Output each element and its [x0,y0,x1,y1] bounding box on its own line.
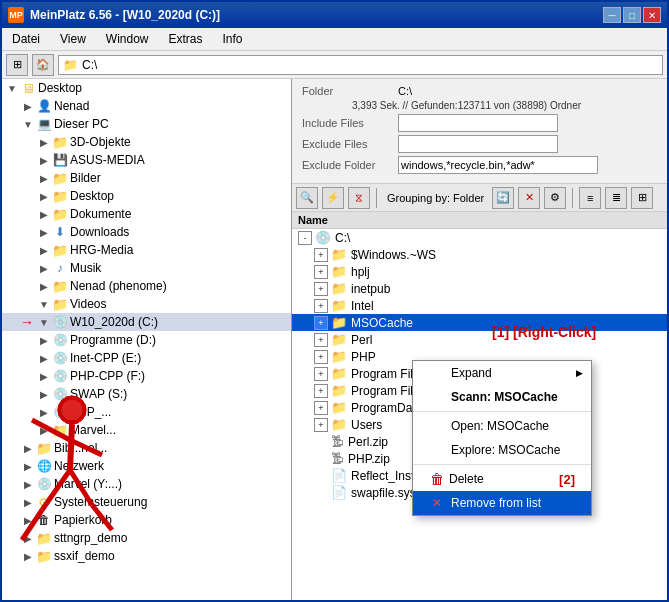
tree-item-dieser-pc[interactable]: ▼ 💻 Dieser PC [2,115,291,133]
minimize-button[interactable]: ─ [603,7,621,23]
expander-swap-s[interactable]: ▶ [36,386,52,402]
file-item-windows-ws[interactable]: + 📁 $Windows.~WS [292,246,667,263]
expand-hplj[interactable]: + [314,265,328,279]
settings-btn[interactable]: ⚙ [544,187,566,209]
tree-item-videos[interactable]: ▼ 📁 Videos [2,295,291,313]
expander-asus[interactable]: ▶ [36,152,52,168]
ctx-remove[interactable]: ✕ Remove from list [413,491,591,515]
include-files-input[interactable] [398,114,558,132]
file-item-msocache[interactable]: + 📁 MSOCache [292,314,667,331]
tree-item-vcp[interactable]: ▶ 💿 VCP_... [2,403,291,421]
maximize-button[interactable]: □ [623,7,641,23]
expand-php[interactable]: + [314,350,328,364]
expand-perl[interactable]: + [314,333,328,347]
expander-netzwerk[interactable]: ▶ [20,458,36,474]
expander-dieser-pc[interactable]: ▼ [20,116,36,132]
tree-item-marvel-y[interactable]: ▶ 💿 Marvel (Y:...) [2,475,291,493]
tree-item-asus[interactable]: ▶ 💾 ASUS-MEDIA [2,151,291,169]
toolbar-nav-btn[interactable]: 🏠 [32,54,54,76]
expand-users[interactable]: + [314,418,328,432]
expander-dokumente[interactable]: ▶ [36,206,52,222]
expander-desktop[interactable]: ▼ [4,80,20,96]
tree-item-dokumente[interactable]: ▶ 📁 Dokumente [2,205,291,223]
filter-btn[interactable]: ⧖ [348,187,370,209]
tree-item-desktop-sub[interactable]: ▶ 📁 Desktop [2,187,291,205]
delete-btn[interactable]: ✕ [518,187,540,209]
tree-item-marvel-sub[interactable]: ▶ 📁 Marvel... [2,421,291,439]
file-item-root[interactable]: - 💿 C:\ [292,229,667,246]
expander-3d[interactable]: ▶ [36,134,52,150]
menu-window[interactable]: Window [100,30,155,48]
tree-item-musik[interactable]: ▶ ♪ Musik [2,259,291,277]
ctx-scann[interactable]: Scann: MSOCache [413,385,591,409]
scan2-btn[interactable]: ⚡ [322,187,344,209]
expand-inetpub[interactable]: + [314,282,328,296]
tree-item-php-f[interactable]: ▶ 💿 PHP-CPP (F:) [2,367,291,385]
expander-marvel-sub[interactable]: ▶ [36,422,52,438]
expander-hrg[interactable]: ▶ [36,242,52,258]
tree-item-netzwerk[interactable]: ▶ 🌐 Netzwerk [2,457,291,475]
expand-progfiles1[interactable]: + [314,367,328,381]
expander-vcp[interactable]: ▶ [36,404,52,420]
expander-nenad-phenome[interactable]: ▶ [36,278,52,294]
expander-prog-d[interactable]: ▶ [36,332,52,348]
tree-item-inet-e[interactable]: ▶ 💿 Inet-CPP (E:) [2,349,291,367]
col-btn3[interactable]: ⊞ [631,187,653,209]
menu-view[interactable]: View [54,30,92,48]
refresh-btn[interactable]: 🔄 [492,187,514,209]
exclude-files-input[interactable] [398,135,558,153]
menu-info[interactable]: Info [217,30,249,48]
tree-item-sttngrp[interactable]: ▶ 📁 sttngrp_demo [2,529,291,547]
expander-php-f[interactable]: ▶ [36,368,52,384]
close-button[interactable]: ✕ [643,7,661,23]
ctx-explore[interactable]: Explore: MSOCache [413,438,591,462]
scan-btn[interactable]: 🔍 [296,187,318,209]
expand-progfiles2[interactable]: + [314,384,328,398]
tree-item-nenad-phenome[interactable]: ▶ 📁 Nenad (phenome) [2,277,291,295]
tree-item-bib[interactable]: ▶ 📁 Bib...hel... [2,439,291,457]
exclude-folder-input[interactable] [398,156,598,174]
ctx-open[interactable]: Open: MSOCache [413,414,591,438]
tree-item-w10[interactable]: → ▼ 💿 W10_2020d (C:) [2,313,291,331]
menu-datei[interactable]: Datei [6,30,46,48]
expander-ssxif[interactable]: ▶ [20,548,36,564]
tree-item-prog-d[interactable]: ▶ 💿 Programme (D:) [2,331,291,349]
tree-item-3d[interactable]: ▶ 📁 3D-Objekte [2,133,291,151]
tree-item-papierkorb[interactable]: ▶ 🗑 Papierkorb [2,511,291,529]
expander-videos[interactable]: ▼ [36,296,52,312]
tree-item-desktop[interactable]: ▼ 🖥 Desktop [2,79,291,97]
expander-bib[interactable]: ▶ [20,440,36,456]
expander-sttngrp[interactable]: ▶ [20,530,36,546]
tree-item-bilder[interactable]: ▶ 📁 Bilder [2,169,291,187]
expander-systemsteu[interactable]: ▶ [20,494,36,510]
file-item-inetpub[interactable]: + 📁 inetpub [292,280,667,297]
tree-item-hrg[interactable]: ▶ 📁 HRG-Media [2,241,291,259]
ctx-delete[interactable]: 🗑 Delete [2] [413,467,591,491]
file-item-hplj[interactable]: + 📁 hplj [292,263,667,280]
expander-desktop-sub[interactable]: ▶ [36,188,52,204]
tree-item-nenad[interactable]: ▶ 👤 Nenad [2,97,291,115]
expand-msocache[interactable]: + [314,316,328,330]
address-value[interactable]: C:\ [82,58,97,72]
expand-intel[interactable]: + [314,299,328,313]
toolbar-grid-btn[interactable]: ⊞ [6,54,28,76]
tree-item-swap-s[interactable]: ▶ 💿 SWAP (S:) [2,385,291,403]
col-btn1[interactable]: ≡ [579,187,601,209]
expander-downloads[interactable]: ▶ [36,224,52,240]
expand-root[interactable]: - [298,231,312,245]
col-btn2[interactable]: ≣ [605,187,627,209]
expand-ws[interactable]: + [314,248,328,262]
expander-inet-e[interactable]: ▶ [36,350,52,366]
expander-musik[interactable]: ▶ [36,260,52,276]
file-item-perl[interactable]: + 📁 Perl [292,331,667,348]
file-item-intel[interactable]: + 📁 Intel [292,297,667,314]
ctx-expand[interactable]: Expand [413,361,591,385]
expander-marvel-y[interactable]: ▶ [20,476,36,492]
expander-papierkorb[interactable]: ▶ [20,512,36,528]
menu-extras[interactable]: Extras [163,30,209,48]
expander-bilder[interactable]: ▶ [36,170,52,186]
tree-item-systemsteu[interactable]: ▶ ⚙ Systemsteuerung [2,493,291,511]
expand-programdata[interactable]: + [314,401,328,415]
tree-item-downloads[interactable]: ▶ ⬇ Downloads [2,223,291,241]
tree-item-ssxif[interactable]: ▶ 📁 ssxif_demo [2,547,291,565]
